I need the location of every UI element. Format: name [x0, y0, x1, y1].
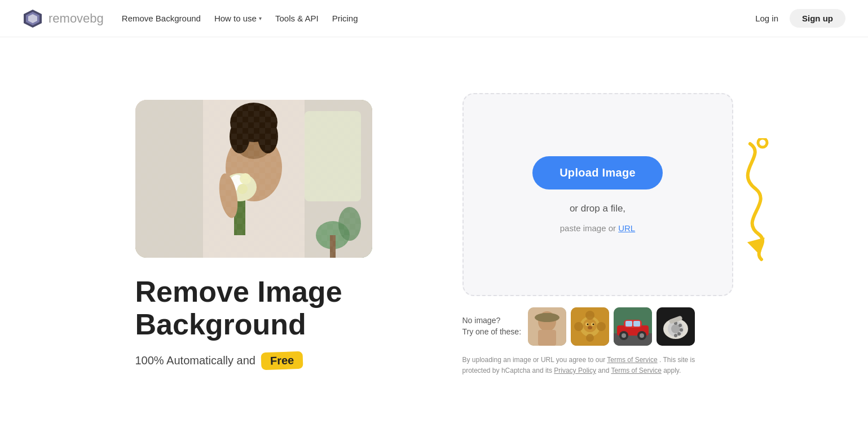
nav-pricing[interactable]: Pricing: [332, 14, 358, 23]
svg-point-57: [677, 332, 681, 336]
sample-image-4[interactable]: [656, 307, 695, 346]
sample-image-3[interactable]: [614, 307, 652, 346]
sample-image-2[interactable]: [571, 307, 609, 346]
svg-point-7: [316, 221, 350, 249]
svg-point-37: [587, 323, 589, 325]
svg-point-31: [574, 322, 583, 331]
upload-dropzone[interactable]: Upload Image or drop a file, paste image…: [462, 93, 733, 296]
svg-point-39: [588, 326, 592, 329]
paste-text: paste image or URL: [560, 223, 635, 233]
logo-link[interactable]: removebg: [23, 8, 104, 29]
svg-point-10: [226, 134, 282, 201]
url-link[interactable]: URL: [618, 223, 635, 233]
svg-point-49: [640, 333, 644, 338]
svg-rect-25: [538, 330, 556, 346]
terms-text: By uploading an image or URL you agree t…: [462, 355, 705, 376]
sample-woman-svg: [528, 307, 566, 346]
hero-title: Remove Image Background: [135, 276, 417, 340]
privacy-policy-link[interactable]: Privacy Policy: [554, 367, 596, 374]
nav-left: removebg Remove Background How to use ▾ …: [23, 8, 358, 29]
svg-point-22: [216, 172, 240, 219]
svg-rect-4: [135, 100, 203, 258]
svg-point-14: [230, 120, 250, 153]
svg-point-32: [597, 322, 606, 331]
nav-how-to-use[interactable]: How to use ▾: [214, 14, 262, 23]
sample-phone-svg: [656, 307, 695, 346]
chevron-down-icon: ▾: [259, 15, 262, 21]
hero-person-svg: [135, 100, 372, 258]
terms-of-service-link-1[interactable]: Terms of Service: [607, 356, 657, 364]
svg-point-33: [585, 311, 594, 320]
svg-rect-3: [135, 100, 372, 258]
upload-section: Upload Image or drop a file, paste image…: [462, 93, 733, 376]
decorative-triangle: [747, 237, 768, 257]
sample-images-row: No image? Try one of these:: [462, 307, 733, 346]
drop-file-text: or drop a file,: [570, 203, 625, 214]
logo-text: removebg: [49, 11, 104, 26]
nav-links: Remove Background How to use ▾ Tools & A…: [122, 14, 358, 23]
svg-point-21: [237, 184, 248, 194]
svg-rect-5: [305, 100, 372, 258]
upload-image-button[interactable]: Upload Image: [532, 156, 663, 189]
nav-remove-background[interactable]: Remove Background: [122, 14, 201, 23]
sample-car-svg: [614, 307, 652, 346]
svg-rect-6: [305, 111, 361, 201]
free-badge: Free: [261, 351, 303, 370]
sample-lion-svg: [571, 307, 609, 346]
sample-images-list: [528, 307, 695, 346]
navbar: removebg Remove Background How to use ▾ …: [0, 0, 868, 37]
svg-point-11: [234, 122, 274, 167]
svg-point-8: [338, 207, 361, 241]
nav-tools-api[interactable]: Tools & API: [275, 14, 319, 23]
svg-rect-9: [330, 235, 336, 258]
hero-image: [135, 100, 372, 258]
svg-point-30: [583, 319, 597, 332]
signup-button[interactable]: Sign up: [790, 9, 845, 28]
svg-point-55: [678, 324, 682, 327]
svg-point-12: [231, 108, 276, 159]
svg-point-34: [586, 334, 594, 342]
svg-point-20: [225, 181, 237, 193]
login-link[interactable]: Log in: [755, 14, 778, 23]
svg-point-18: [230, 175, 244, 188]
main-content: Remove Image Background 100% Automatical…: [0, 37, 868, 432]
svg-rect-27: [543, 313, 552, 319]
logo-icon: [23, 8, 43, 29]
svg-point-56: [680, 328, 683, 332]
sample-label: No image? Try one of these:: [462, 315, 522, 337]
hero-subtitle: 100% Automatically and Free: [135, 352, 417, 369]
svg-rect-45: [633, 321, 640, 327]
terms-of-service-link-2[interactable]: Terms of Service: [611, 367, 661, 374]
sample-image-1[interactable]: [528, 307, 566, 346]
svg-point-19: [240, 173, 251, 184]
nav-right: Log in Sign up: [755, 9, 845, 28]
hero-image-inner: [135, 100, 372, 258]
svg-point-15: [258, 120, 278, 153]
svg-point-13: [230, 103, 277, 142]
svg-point-58: [674, 334, 677, 337]
upload-box-inner: Upload Image or drop a file, paste image…: [532, 156, 663, 233]
svg-point-17: [223, 173, 257, 201]
hero-section: Remove Image Background 100% Automatical…: [135, 100, 417, 369]
svg-point-48: [622, 333, 626, 338]
svg-point-38: [593, 323, 594, 325]
svg-rect-16: [234, 190, 245, 235]
svg-rect-44: [625, 321, 632, 327]
svg-point-60: [758, 138, 767, 147]
